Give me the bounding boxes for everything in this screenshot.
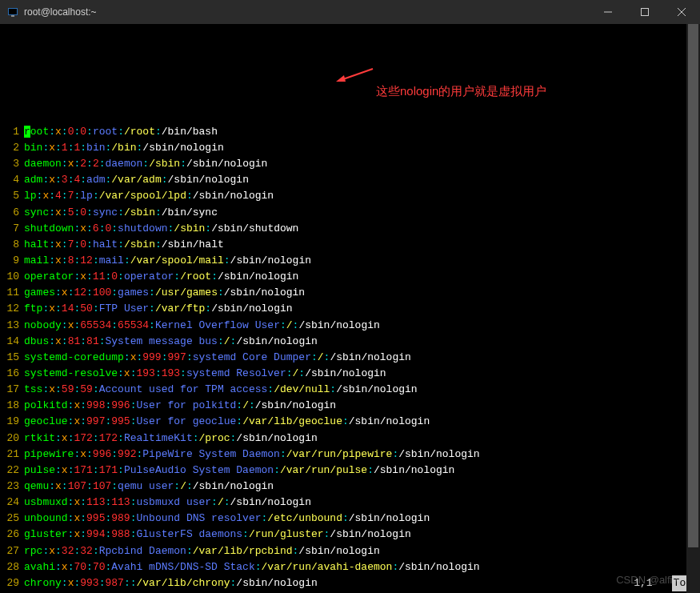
line-number: 25 bbox=[0, 511, 24, 527]
line-number: 22 bbox=[0, 463, 24, 479]
passwd-entry: daemon:x:2:2:daemon:/sbin:/sbin/nologin bbox=[24, 156, 700, 172]
passwd-entry: usbmuxd:x:113:113:usbmuxd user:/:/sbin/n… bbox=[24, 495, 700, 511]
line-number: 21 bbox=[0, 447, 24, 463]
passwd-line: 18polkitd:x:998:996:User for polkitd:/:/… bbox=[0, 398, 700, 414]
passwd-line: 29chrony:x:993:987::/var/lib/chrony:/sbi… bbox=[0, 575, 700, 591]
line-number: 27 bbox=[0, 543, 24, 559]
line-number: 12 bbox=[0, 301, 24, 317]
cursor-position: 1,1 bbox=[634, 575, 652, 591]
passwd-line: 14dbus:x:81:81:System message bus:/:/sbi… bbox=[0, 334, 700, 350]
passwd-entry: systemd-coredump:x:999:997:systemd Core … bbox=[24, 350, 700, 366]
line-number: 24 bbox=[0, 495, 24, 511]
passwd-line: 6sync:x:5:0:sync:/sbin:/bin/sync bbox=[0, 205, 700, 221]
passwd-entry: geoclue:x:997:995:User for geoclue:/var/… bbox=[24, 414, 700, 430]
window-titlebar: root@localhost:~ bbox=[0, 0, 700, 24]
passwd-line: 9mail:x:8:12:mail:/var/spool/mail:/sbin/… bbox=[0, 253, 700, 269]
line-number: 23 bbox=[0, 479, 24, 495]
terminal-area[interactable]: 这些nologin的用户就是虚拟用户 1root:x:0:0:root:/roo… bbox=[0, 24, 700, 593]
passwd-entry: rtkit:x:172:172:RealtimeKit:/proc:/sbin/… bbox=[24, 431, 700, 447]
passwd-line: 2bin:x:1:1:bin:/bin:/sbin/nologin bbox=[0, 140, 700, 156]
annotation-text: 这些nologin的用户就是虚拟用户 bbox=[376, 82, 546, 100]
passwd-line: 26gluster:x:994:988:GlusterFS daemons:/r… bbox=[0, 527, 700, 543]
line-number: 14 bbox=[0, 334, 24, 350]
line-number: 26 bbox=[0, 527, 24, 543]
svg-marker-8 bbox=[336, 75, 346, 82]
passwd-line: 13nobody:x:65534:65534:Kernel Overflow U… bbox=[0, 318, 700, 334]
passwd-entry: pulse:x:171:171:PulseAudio System Daemon… bbox=[24, 463, 700, 479]
passwd-line: 19geoclue:x:997:995:User for geoclue:/va… bbox=[0, 414, 700, 430]
passwd-entry: gluster:x:994:988:GlusterFS daemons:/run… bbox=[24, 527, 700, 543]
line-number: 15 bbox=[0, 350, 24, 366]
passwd-entry: halt:x:7:0:halt:/sbin:/sbin/halt bbox=[24, 237, 700, 253]
passwd-line: 24usbmuxd:x:113:113:usbmuxd user:/:/sbin… bbox=[0, 495, 700, 511]
svg-rect-1 bbox=[9, 9, 17, 14]
passwd-line: 20rtkit:x:172:172:RealtimeKit:/proc:/sbi… bbox=[0, 431, 700, 447]
passwd-entry: adm:x:3:4:adm:/var/adm:/sbin/nologin bbox=[24, 172, 700, 188]
svg-line-7 bbox=[341, 69, 373, 80]
line-number: 10 bbox=[0, 269, 24, 285]
passwd-line: 11games:x:12:100:games:/usr/games:/sbin/… bbox=[0, 285, 700, 301]
line-number: 3 bbox=[0, 156, 24, 172]
passwd-line: 25unbound:x:995:989:Unbound DNS resolver… bbox=[0, 511, 700, 527]
line-number: 16 bbox=[0, 366, 24, 382]
svg-rect-2 bbox=[11, 15, 14, 17]
maximize-button[interactable] bbox=[626, 0, 663, 24]
passwd-line: 15systemd-coredump:x:999:997:systemd Cor… bbox=[0, 350, 700, 366]
passwd-line: 4adm:x:3:4:adm:/var/adm:/sbin/nologin bbox=[0, 172, 700, 188]
line-number: 1 bbox=[0, 124, 24, 140]
passwd-line: 27rpc:x:32:32:Rpcbind Daemon:/var/lib/rp… bbox=[0, 543, 700, 559]
passwd-entry: operator:x:11:0:operator:/root:/sbin/nol… bbox=[24, 269, 700, 285]
passwd-line: 22pulse:x:171:171:PulseAudio System Daem… bbox=[0, 463, 700, 479]
passwd-entry: tss:x:59:59:Account used for TPM access:… bbox=[24, 382, 700, 398]
line-number: 11 bbox=[0, 285, 24, 301]
passwd-entry: avahi:x:70:70:Avahi mDNS/DNS-SD Stack:/v… bbox=[24, 559, 700, 575]
passwd-line: 16systemd-resolve:x:193:193:systemd Reso… bbox=[0, 366, 700, 382]
line-number: 6 bbox=[0, 205, 24, 221]
line-number: 17 bbox=[0, 382, 24, 398]
passwd-entry: rpc:x:32:32:Rpcbind Daemon:/var/lib/rpcb… bbox=[24, 543, 700, 559]
window-title: root@localhost:~ bbox=[24, 6, 590, 18]
line-number: 13 bbox=[0, 318, 24, 334]
passwd-entry: systemd-resolve:x:193:193:systemd Resolv… bbox=[24, 366, 700, 382]
scrollbar-thumb[interactable] bbox=[688, 24, 698, 547]
passwd-entry: pipewire:x:996:992:PipeWire System Daemo… bbox=[24, 447, 700, 463]
line-number: 5 bbox=[0, 188, 24, 204]
passwd-entry: qemu:x:107:107:qemu user:/:/sbin/nologin bbox=[24, 479, 700, 495]
svg-rect-4 bbox=[642, 9, 649, 16]
passwd-entry: dbus:x:81:81:System message bus:/:/sbin/… bbox=[24, 334, 700, 350]
passwd-entry: mail:x:8:12:mail:/var/spool/mail:/sbin/n… bbox=[24, 253, 700, 269]
annotation-arrow-icon bbox=[334, 67, 374, 83]
putty-icon bbox=[6, 6, 19, 18]
line-number: 8 bbox=[0, 237, 24, 253]
passwd-line: 10operator:x:11:0:operator:/root:/sbin/n… bbox=[0, 269, 700, 285]
line-number: 28 bbox=[0, 559, 24, 575]
passwd-entry: bin:x:1:1:bin:/bin:/sbin/nologin bbox=[24, 140, 700, 156]
minimize-button[interactable] bbox=[590, 0, 626, 24]
line-number: 4 bbox=[0, 172, 24, 188]
passwd-entry: chrony:x:993:987::/var/lib/chrony:/sbin/… bbox=[24, 575, 700, 591]
line-number: 9 bbox=[0, 253, 24, 269]
passwd-line: 3daemon:x:2:2:daemon:/sbin:/sbin/nologin bbox=[0, 156, 700, 172]
passwd-entry: shutdown:x:6:0:shutdown:/sbin:/sbin/shut… bbox=[24, 221, 700, 237]
close-button[interactable] bbox=[663, 0, 700, 24]
line-number: 7 bbox=[0, 221, 24, 237]
passwd-entry: games:x:12:100:games:/usr/games:/sbin/no… bbox=[24, 285, 700, 301]
passwd-entry: unbound:x:995:989:Unbound DNS resolver:/… bbox=[24, 511, 700, 527]
passwd-entry: root:x:0:0:root:/root:/bin/bash bbox=[24, 124, 700, 140]
passwd-entry: lp:x:4:7:lp:/var/spool/lpd:/sbin/nologin bbox=[24, 188, 700, 204]
line-number: 18 bbox=[0, 398, 24, 414]
passwd-line: 12ftp:x:14:50:FTP User:/var/ftp:/sbin/no… bbox=[0, 301, 700, 317]
passwd-line: 8halt:x:7:0:halt:/sbin:/sbin/halt bbox=[0, 237, 700, 253]
passwd-line: 28avahi:x:70:70:Avahi mDNS/DNS-SD Stack:… bbox=[0, 559, 700, 575]
passwd-line: 7shutdown:x:6:0:shutdown:/sbin:/sbin/shu… bbox=[0, 221, 700, 237]
vertical-scrollbar[interactable] bbox=[686, 24, 700, 593]
line-number: 20 bbox=[0, 431, 24, 447]
line-number: 19 bbox=[0, 414, 24, 430]
passwd-line: 1root:x:0:0:root:/root:/bin/bash bbox=[0, 124, 700, 140]
passwd-line: 21pipewire:x:996:992:PipeWire System Dae… bbox=[0, 447, 700, 463]
vim-status-bar: 1,1 Top bbox=[634, 575, 694, 591]
window-controls bbox=[590, 0, 700, 24]
passwd-entry: nobody:x:65534:65534:Kernel Overflow Use… bbox=[24, 318, 700, 334]
line-number: 2 bbox=[0, 140, 24, 156]
passwd-entry: sync:x:5:0:sync:/sbin:/bin/sync bbox=[24, 205, 700, 221]
